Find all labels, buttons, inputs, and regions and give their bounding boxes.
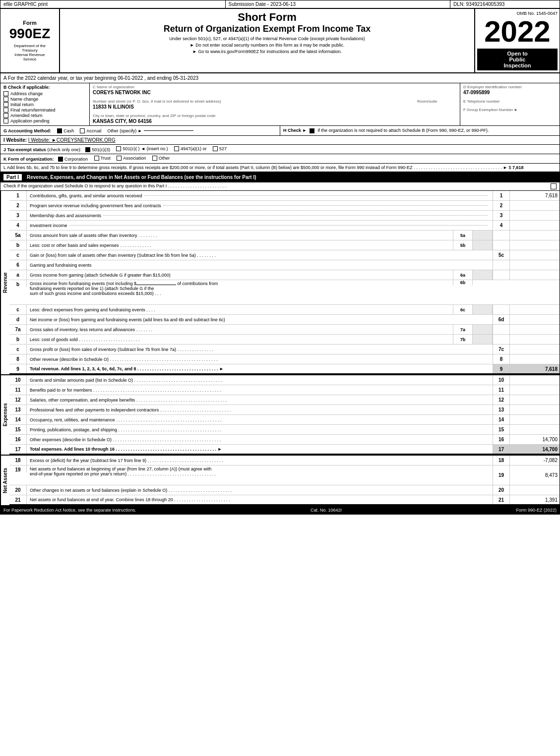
section-l-value: 7,618 [512, 165, 524, 170]
form-dept: Department of the Treasury Internal Reve… [14, 44, 46, 61]
row-16: 16 Other expenses (describe in Schedule … [9, 435, 560, 445]
row-3: 3 Membership dues and assessments 3 [9, 211, 560, 221]
revenue-section: Revenue 1 Contributions, gifts, grants, … [0, 191, 560, 374]
row-17: 17 Total expenses. Add lines 10 through … [9, 445, 560, 455]
cash-checkbox[interactable] [57, 128, 62, 133]
row-7c: c Gross profit or (loss) from sales of i… [9, 345, 560, 354]
j-501ct-checkbox[interactable] [116, 146, 121, 151]
gh-row: G Accounting Method: Cash Accrual Other … [0, 126, 560, 136]
dln-text: DLN: 93492164005393 [453, 1, 504, 7]
section-j: J Tax-exempt status (check only one): 50… [0, 145, 560, 154]
ein-label: D Employer identification number [463, 85, 557, 89]
form-title-block: Short Form Return of Organization Exempt… [60, 9, 475, 72]
row-13: 13 Professional fees and other payments … [9, 405, 560, 415]
expenses-rows: 10 Grants and similar amounts paid (list… [9, 375, 560, 455]
group-label: F Group Exemption Number ► [463, 108, 557, 112]
name-change-checkbox[interactable] [3, 97, 8, 102]
cb-name-change: Name change [3, 97, 86, 102]
row-20: 20 Other changes in net assets or fund b… [9, 485, 560, 495]
tax-form-page: efile GRAPHIC print Submission Date - 20… [0, 0, 560, 515]
revenue-side-label: Revenue [0, 191, 9, 374]
ein-value: 47-0995899 [463, 90, 557, 95]
row-6c: c Less: direct expenses from gaming and … [9, 305, 560, 315]
k-trust-checkbox[interactable] [94, 156, 99, 161]
row-6a: a Gross income from gaming (attach Sched… [9, 270, 560, 280]
efile-label: efile GRAPHIC print [0, 0, 226, 8]
k-corp: Corporation [58, 157, 88, 162]
row-5a: 5a Gross amount from sale of assets othe… [9, 231, 560, 240]
cb-address-change: Address change [3, 91, 86, 96]
city-value: KANSAS CITY, MO 64156 [93, 118, 457, 124]
form-instruction2: ► Go to www.irs.gov/Form990EZ for instru… [65, 49, 469, 54]
h-checkbox[interactable] [310, 128, 314, 133]
form-right-block: OMB No. 1545-0047 2022 Open to Public In… [475, 9, 560, 72]
row-8: 8 Other revenue (describe in Schedule O)… [9, 354, 560, 364]
row-5b: b Less: cost or other basis and sales ex… [9, 240, 560, 250]
section-g-block: G Accounting Method: Cash Accrual Other … [0, 126, 280, 135]
j-501ct: 501(c)( ) ◄ (insert no.) [116, 146, 168, 151]
footer-paperwork: For Paperwork Reduction Act Notice, see … [3, 508, 136, 513]
j-4947-checkbox[interactable] [174, 146, 179, 151]
application-pending-checkbox[interactable] [3, 118, 8, 123]
top-bar: efile GRAPHIC print Submission Date - 20… [0, 0, 560, 9]
section-b: B Check if applicable: Address change Na… [0, 83, 90, 125]
section-d: D Employer identification number 47-0995… [460, 83, 560, 125]
section-l: L Add lines 5b, 6c, and 7b to line 9 to … [0, 164, 560, 173]
address-change-checkbox[interactable] [3, 91, 8, 96]
section-c: C Name of organization COREYS NETWORK IN… [90, 83, 460, 125]
amended-return-checkbox[interactable] [3, 113, 8, 118]
row-4: 4 Investment income 4 [9, 221, 560, 231]
row-15: 15 Printing, publications, postage, and … [9, 425, 560, 435]
accrual-option: Accrual [80, 128, 101, 133]
row-10: 10 Grants and similar amounts paid (list… [9, 375, 560, 385]
cb-amended-return: Amended return [3, 113, 86, 118]
row-21: 21 Net assets or fund balances at end of… [9, 495, 560, 505]
revenue-rows: 1 Contributions, gifts, grants, and simi… [9, 191, 560, 374]
row-12: 12 Salaries, other compensation, and emp… [9, 395, 560, 405]
tax-year: 2022 [484, 17, 550, 47]
netassets-side-label: Net Assets [0, 456, 9, 505]
footer-form-ref: Form 990-EZ (2022) [516, 508, 557, 513]
form-title2: Return of Organization Exempt From Incom… [65, 24, 469, 34]
form-subtitle: Under section 501(c), 527, or 4947(a)(1)… [65, 36, 469, 41]
form-title1: Short Form [65, 11, 469, 24]
j-501c3: 501(c)(3) [85, 147, 110, 152]
row-6d: d Net income or (loss) from gaming and f… [9, 315, 560, 325]
row-6b: b Gross income from fundraising events (… [9, 280, 560, 305]
part1-check-note: Check if the organization used Schedule … [0, 182, 560, 191]
accrual-checkbox[interactable] [80, 128, 85, 133]
j-527-checkbox[interactable] [213, 146, 218, 151]
submission-text: Submission Date - 2023-06-13 [229, 1, 296, 7]
section-h-label: H Check ► [283, 128, 307, 133]
j-501c3-checkbox[interactable] [85, 147, 90, 152]
section-a-text: A For the 2022 calendar year, or tax yea… [3, 75, 198, 81]
k-trust: Trust [94, 156, 111, 161]
website-value[interactable]: I Website: ►COREYSNETWORK.ORG [28, 137, 116, 143]
part1-header: Part I Revenue, Expenses, and Changes in… [0, 173, 560, 182]
part1-label: Part I [3, 174, 22, 180]
k-assoc-checkbox[interactable] [117, 156, 122, 161]
section-l-text: L Add lines 5b, 6c, and 7b to line 9 to … [3, 165, 511, 170]
j-527: 527 [213, 146, 227, 151]
row-19: 19 Net assets or fund balances at beginn… [9, 465, 560, 485]
row-11: 11 Benefits paid to or for members . . .… [9, 385, 560, 395]
cb-final-return: Final return/terminated [3, 108, 86, 113]
org-name-label: C Name of organization [93, 85, 457, 89]
footer-cat: Cat. No. 10642I [311, 508, 342, 513]
form-number-block: Form 990EZ Department of the Treasury In… [0, 9, 60, 72]
part1-check-box[interactable] [551, 183, 557, 189]
initial-return-checkbox[interactable] [3, 102, 8, 107]
address-value: 11833 N ILLINOIS [93, 104, 412, 110]
org-name-value: COREYS NETWORK INC [93, 90, 457, 95]
k-other-checkbox[interactable] [152, 156, 157, 161]
k-other: Other [152, 156, 170, 161]
address-label: Number and street (or P. O. box, if mail… [93, 99, 412, 104]
final-return-checkbox[interactable] [3, 108, 8, 113]
part1-title: Revenue, Expenses, and Changes in Net As… [27, 174, 256, 180]
cb-initial-return: Initial return [3, 102, 86, 107]
k-corp-checkbox[interactable] [58, 157, 63, 162]
netassets-section: Net Assets 18 Excess or (deficit) for th… [0, 455, 560, 505]
open-public-box: Open to Public Inspection [477, 49, 558, 70]
k-assoc: Association [117, 156, 146, 161]
section-g-label: G Accounting Method: [3, 128, 51, 133]
